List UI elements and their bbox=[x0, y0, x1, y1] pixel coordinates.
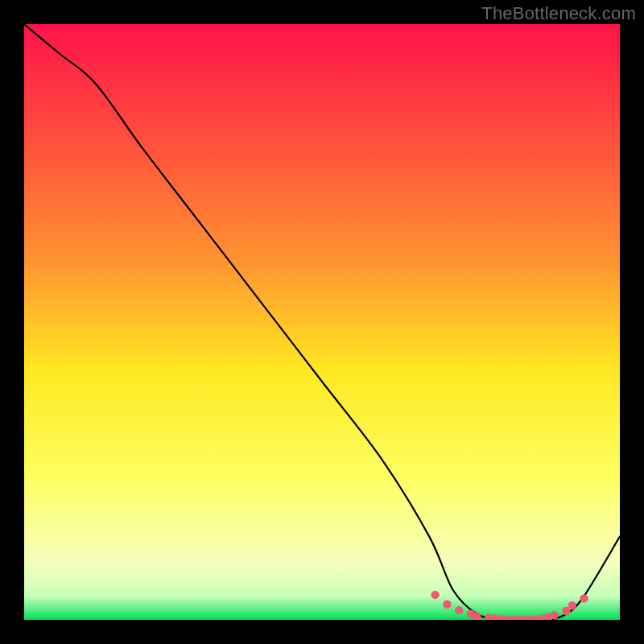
marker-dot bbox=[550, 611, 558, 619]
chart-svg bbox=[24, 24, 620, 620]
marker-dot bbox=[431, 591, 439, 599]
marker-dot bbox=[580, 594, 588, 602]
marker-dot bbox=[568, 601, 576, 609]
marker-dot bbox=[443, 601, 451, 609]
chart-root: TheBottleneck.com bbox=[0, 0, 644, 644]
plot-area bbox=[24, 24, 620, 620]
gradient-background bbox=[24, 24, 620, 620]
marker-dot bbox=[455, 606, 463, 614]
watermark-text: TheBottleneck.com bbox=[481, 3, 636, 24]
